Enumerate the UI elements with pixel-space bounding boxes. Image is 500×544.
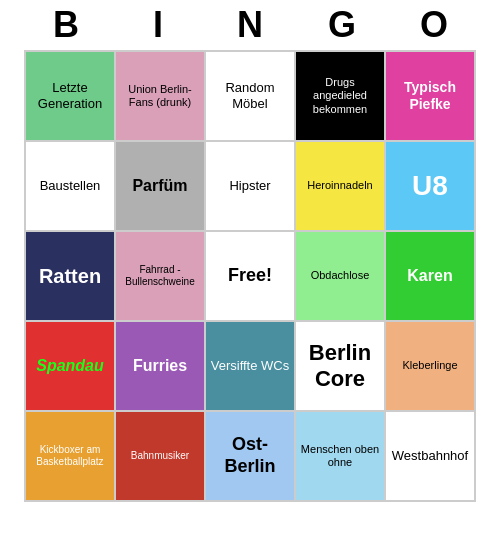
cell-r3-c0[interactable]: Spandau <box>26 322 114 410</box>
cell-r0-c2[interactable]: Random Möbel <box>206 52 294 140</box>
cell-r0-c3[interactable]: Drugs angedieled bekommen <box>296 52 384 140</box>
cell-r0-c1[interactable]: Union Berlin-Fans (drunk) <box>116 52 204 140</box>
bingo-grid: Letzte GenerationUnion Berlin-Fans (drun… <box>24 50 476 502</box>
bingo-header: BINGO <box>20 0 480 50</box>
cell-r0-c0[interactable]: Letzte Generation <box>26 52 114 140</box>
cell-r4-c0[interactable]: Kickboxer am Basketballplatz <box>26 412 114 500</box>
bingo-letter-b: B <box>26 4 106 46</box>
bingo-letter-i: I <box>118 4 198 46</box>
cell-r1-c1[interactable]: Parfüm <box>116 142 204 230</box>
cell-r2-c3[interactable]: Obdachlose <box>296 232 384 320</box>
cell-r3-c1[interactable]: Furries <box>116 322 204 410</box>
cell-r4-c2[interactable]: Ost-Berlin <box>206 412 294 500</box>
cell-r0-c4[interactable]: Typisch Piefke <box>386 52 474 140</box>
cell-r4-c3[interactable]: Menschen oben ohne <box>296 412 384 500</box>
cell-r2-c2[interactable]: Free! <box>206 232 294 320</box>
cell-r1-c3[interactable]: Heroinnadeln <box>296 142 384 230</box>
cell-r1-c4[interactable]: U8 <box>386 142 474 230</box>
cell-r3-c3[interactable]: Berlin Core <box>296 322 384 410</box>
bingo-letter-o: O <box>394 4 474 46</box>
cell-r3-c2[interactable]: Versiffte WCs <box>206 322 294 410</box>
cell-r1-c0[interactable]: Baustellen <box>26 142 114 230</box>
cell-r1-c2[interactable]: Hipster <box>206 142 294 230</box>
cell-r2-c1[interactable]: Fahrrad - Bullenschweine <box>116 232 204 320</box>
cell-r2-c4[interactable]: Karen <box>386 232 474 320</box>
bingo-letter-n: N <box>210 4 290 46</box>
cell-r2-c0[interactable]: Ratten <box>26 232 114 320</box>
cell-r3-c4[interactable]: Kleberlinge <box>386 322 474 410</box>
cell-r4-c1[interactable]: Bahnmusiker <box>116 412 204 500</box>
cell-r4-c4[interactable]: Westbahnhof <box>386 412 474 500</box>
bingo-letter-g: G <box>302 4 382 46</box>
